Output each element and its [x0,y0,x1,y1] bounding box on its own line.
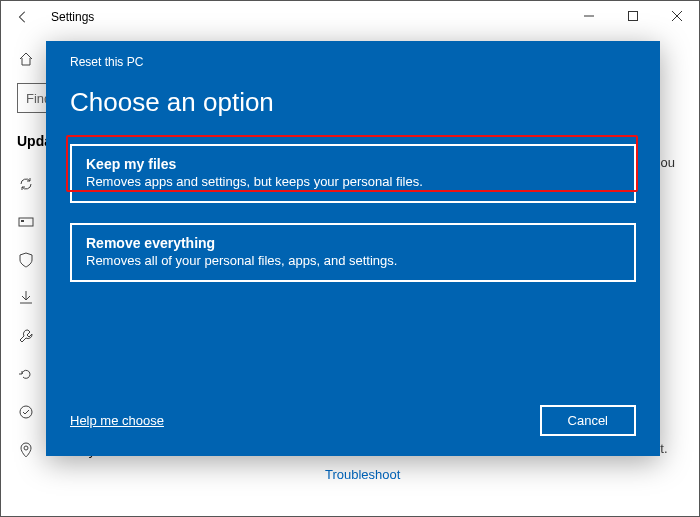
svg-rect-5 [21,220,24,222]
shield-icon [17,252,35,268]
minimize-button[interactable] [567,1,611,31]
option-title: Keep my files [86,156,620,172]
maximize-button[interactable] [611,1,655,31]
option-title: Remove everything [86,235,620,251]
titlebar: Settings [1,1,699,33]
find-device-icon [17,442,35,458]
home-icon [17,51,35,67]
option-keep-my-files[interactable]: Keep my files Removes apps and settings,… [70,144,636,203]
cancel-button[interactable]: Cancel [540,405,636,436]
svg-point-7 [24,446,28,450]
window-title: Settings [51,10,94,24]
recovery-icon [17,366,35,382]
troubleshoot-icon [17,328,35,344]
help-me-choose-link[interactable]: Help me choose [70,413,164,428]
sync-icon [17,176,35,192]
troubleshoot-link[interactable]: Troubleshoot [325,465,400,485]
backup-icon [17,290,35,306]
close-button[interactable] [655,1,699,31]
back-button[interactable] [9,3,37,31]
activation-icon [17,404,35,420]
delivery-icon [17,215,35,229]
dialog-small-title: Reset this PC [70,55,636,69]
dialog-title: Choose an option [70,87,636,118]
svg-rect-1 [629,12,638,21]
option-desc: Removes apps and settings, but keeps you… [86,174,620,189]
reset-pc-dialog: Reset this PC Choose an option Keep my f… [46,41,660,456]
option-remove-everything[interactable]: Remove everything Removes all of your pe… [70,223,636,282]
option-desc: Removes all of your personal files, apps… [86,253,620,268]
svg-point-6 [20,406,32,418]
